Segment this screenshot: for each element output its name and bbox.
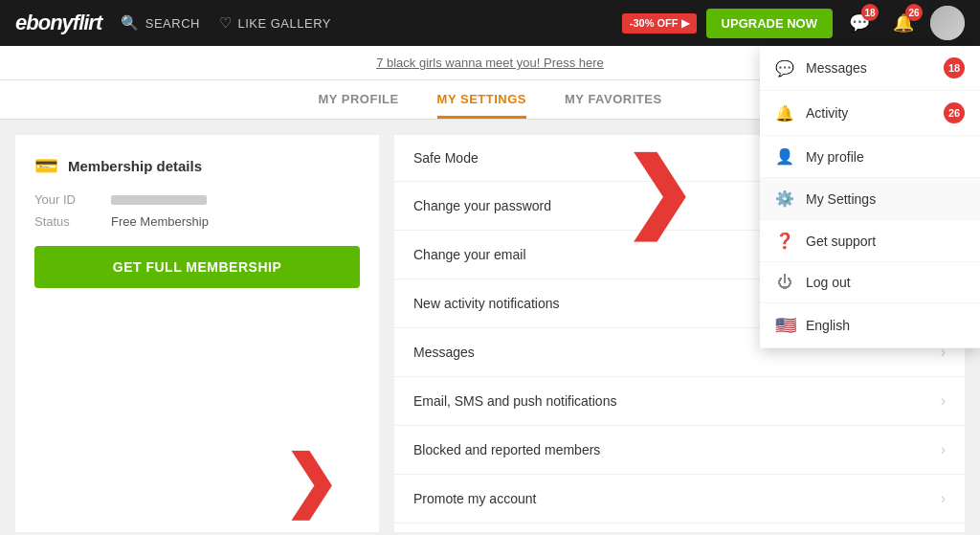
settings-item-terms-of-use[interactable]: Terms of Use ›: [394, 524, 965, 535]
messages-badge: 18: [861, 4, 879, 21]
avatar[interactable]: [930, 6, 965, 40]
chevron-icon: ›: [941, 490, 946, 507]
dropdown-item-english[interactable]: 🇺🇸 English: [760, 303, 980, 348]
settings-item-blocked-members[interactable]: Blocked and reported members ›: [394, 426, 965, 475]
chat-bubble-icon: 💬: [775, 59, 794, 78]
tab-my-profile[interactable]: MY PROFILE: [318, 92, 398, 119]
dropdown-activity-badge: 26: [944, 102, 965, 123]
your-id-row: Your ID: [34, 192, 360, 207]
sidebar: 💳 Membership details Your ID Status Free…: [15, 135, 379, 532]
logo[interactable]: ebonyflirt: [15, 11, 101, 35]
settings-item-promote-account[interactable]: Promote my account ›: [394, 475, 965, 524]
membership-header: 💳 Membership details: [34, 154, 360, 177]
heart-icon: ♡: [219, 14, 233, 32]
power-icon: ⏻: [775, 274, 794, 291]
dropdown-item-my-profile[interactable]: 👤 My profile: [760, 136, 980, 178]
search-nav[interactable]: 🔍 SEARCH: [121, 14, 200, 32]
chevron-icon: ›: [941, 441, 946, 458]
your-id-label: Your ID: [34, 192, 111, 207]
your-id-value-blurred: [111, 195, 207, 205]
settings-item-email-sms-push[interactable]: Email, SMS and push notifications ›: [394, 377, 965, 426]
avatar-image: [930, 6, 965, 40]
tab-my-favorites[interactable]: MY FAVORITES: [565, 92, 662, 119]
get-full-membership-button[interactable]: GET FULL MEMBERSHIP: [34, 246, 360, 288]
messages-button[interactable]: 💬 18: [842, 6, 877, 40]
bell-outline-icon: 🔔: [775, 104, 794, 123]
dropdown-menu: 💬 Messages 18 🔔 Activity 26 👤 My profile…: [760, 46, 980, 348]
dropdown-messages-badge: 18: [944, 57, 965, 78]
chevron-icon: ›: [941, 392, 946, 410]
header: ebonyflirt 🔍 SEARCH ♡ LIKE GALLERY -30% …: [0, 0, 980, 46]
header-right: -30% OFF UPGRADE NOW 💬 18 🔔 26: [622, 6, 965, 40]
like-gallery-nav[interactable]: ♡ LIKE GALLERY: [219, 14, 331, 32]
card-icon: 💳: [34, 154, 58, 177]
activity-badge: 26: [905, 4, 923, 21]
status-label: Status: [34, 214, 111, 229]
gear-icon: ⚙️: [775, 189, 794, 208]
dropdown-item-messages[interactable]: 💬 Messages 18: [760, 46, 980, 91]
dropdown-item-log-out[interactable]: ⏻ Log out: [760, 262, 980, 303]
activity-button[interactable]: 🔔 26: [886, 6, 921, 40]
search-icon: 🔍: [121, 14, 140, 32]
upgrade-button[interactable]: UPGRADE NOW: [706, 9, 833, 38]
status-value: Free Membership: [111, 214, 209, 229]
dropdown-item-activity[interactable]: 🔔 Activity 26: [760, 91, 980, 136]
discount-badge[interactable]: -30% OFF: [622, 13, 697, 33]
dropdown-item-my-settings[interactable]: ⚙️ My Settings: [760, 178, 980, 220]
promo-link[interactable]: 7 black girls wanna meet you! Press here: [376, 56, 604, 70]
dropdown-item-get-support[interactable]: ❓ Get support: [760, 220, 980, 262]
tab-my-settings[interactable]: MY SETTINGS: [437, 92, 526, 119]
question-icon: ❓: [775, 232, 794, 250]
status-row: Status Free Membership: [34, 214, 360, 229]
flag-icon: 🇺🇸: [775, 315, 794, 336]
user-icon: 👤: [775, 147, 794, 166]
membership-title: Membership details: [68, 158, 202, 174]
